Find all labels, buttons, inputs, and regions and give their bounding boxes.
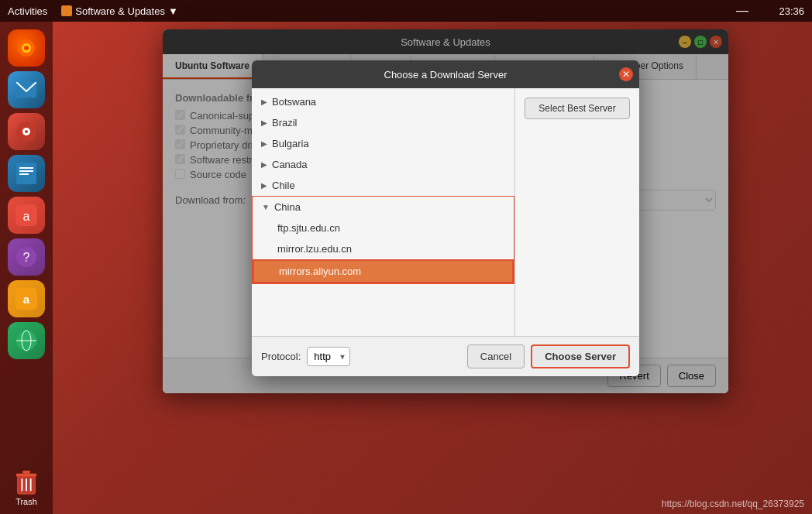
modal-title: Choose a Download Server [384,69,508,81]
bottom-link: https://blog.csdn.net/qq_26373925 [662,499,804,509]
modal: Choose a Download Server ✕ ▶ Botswana ▶ [252,60,639,376]
sidebar-item-help[interactable]: ? [8,238,45,276]
svg-rect-8 [19,167,33,169]
protocol-select[interactable]: http ftp [307,347,350,366]
svg-rect-10 [19,173,29,175]
botswana-label: Botswana [272,96,316,108]
sidebar-item-firefox[interactable] [8,29,45,67]
select-best-server-button[interactable]: Select Best Server [525,98,630,119]
choose-server-button[interactable]: Choose Server [531,344,630,368]
svg-text:?: ? [23,251,30,264]
svg-rect-9 [19,170,33,172]
app-arrow: ▼ [168,5,178,17]
svg-rect-22 [22,471,29,474]
canada-arrow: ▶ [261,160,267,169]
china-label: China [274,201,301,213]
app-icon [61,5,72,16]
modal-titlebar: Choose a Download Server ✕ [252,60,639,88]
sidebar-item-mail[interactable] [8,71,45,108]
bulgaria-arrow: ▶ [261,139,267,148]
activities-button[interactable]: Activities [8,5,47,17]
sidebar-item-earth[interactable] [8,322,45,359]
brazil-arrow: ▶ [261,118,267,127]
modal-overlay: Choose a Download Server ✕ ▶ Botswana ▶ [163,29,728,393]
server-mirrors-aliyun[interactable]: mirrors.aliyun.com [253,259,514,283]
country-china[interactable]: ▼ China [253,197,514,218]
sidebar-item-appstore[interactable]: a [8,197,45,234]
country-bulgaria[interactable]: ▶ Bulgaria [252,133,514,154]
bulgaria-label: Bulgaria [272,138,309,149]
country-brazil[interactable]: ▶ Brazil [252,112,514,133]
trash-icon[interactable]: Trash [8,469,45,506]
chile-label: Chile [272,180,295,191]
topbar: Activities Software & Updates ▼ — 23:36 [0,0,812,22]
server-list: ▶ Botswana ▶ Brazil ▶ Bulgaria [252,88,515,336]
trash-area: Trash [8,469,45,506]
svg-point-2 [24,46,29,50]
protocol-wrap: http ftp ▼ [307,347,350,366]
canada-label: Canada [272,159,308,170]
cancel-button[interactable]: Cancel [467,344,525,368]
country-china-group: ▼ China ftp.sjtu.edu.cn mirror.lzu.edu.c… [252,196,514,284]
trash-label: Trash [15,497,37,506]
right-panel: Select Best Server [515,88,639,336]
brazil-label: Brazil [272,117,298,128]
svg-point-6 [25,130,28,133]
topbar-dash: — [736,4,750,18]
desktop: a ? a Trash [0,22,812,514]
china-arrow: ▼ [262,203,270,211]
modal-body: ▶ Botswana ▶ Brazil ▶ Bulgaria [252,88,639,336]
svg-text:a: a [23,210,30,223]
sidebar-item-music[interactable] [8,113,45,150]
modal-actions: Cancel Choose Server [467,344,630,368]
country-botswana[interactable]: ▶ Botswana [252,91,514,112]
country-canada[interactable]: ▶ Canada [252,154,514,175]
sidebar-item-amazon[interactable]: a [8,280,45,317]
country-chile[interactable]: ▶ Chile [252,175,514,196]
modal-footer: Protocol: http ftp ▼ Cancel Choose Serve… [252,336,639,376]
chile-arrow: ▶ [261,181,267,190]
server-ftp-sjtu[interactable]: ftp.sjtu.edu.cn [253,218,514,238]
app-name[interactable]: Software & Updates [75,5,165,17]
server-mirror-lzu[interactable]: mirror.lzu.edu.cn [253,238,514,259]
svg-rect-21 [16,474,36,477]
main-window: Software & Updates – □ ✕ Ubuntu Software… [163,29,728,393]
topbar-time: 23:36 [779,5,804,17]
trash-svg [14,469,39,495]
modal-close-button[interactable]: ✕ [619,67,633,81]
protocol-label: Protocol: [261,351,301,362]
sidebar: a ? a Trash [0,22,53,514]
sidebar-item-writer[interactable] [8,155,45,192]
svg-text:a: a [23,293,30,306]
botswana-arrow: ▶ [261,98,267,106]
